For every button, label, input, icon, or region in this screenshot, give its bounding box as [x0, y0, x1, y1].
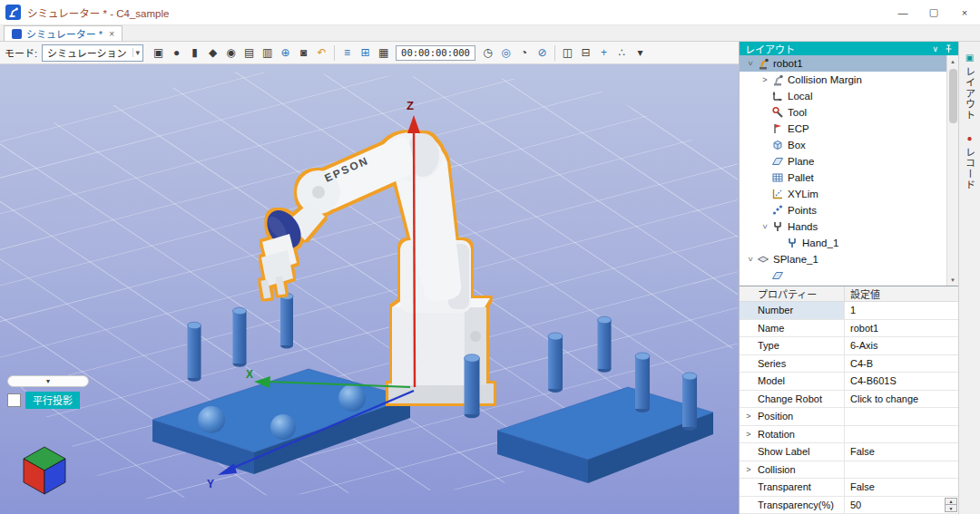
value-spinner[interactable]: ▲▼ — [945, 498, 957, 513]
place-robot-icon[interactable]: ⊕ — [277, 44, 294, 62]
mode-dropdown[interactable]: シミュレーション ▾ — [42, 44, 143, 62]
scene-objects-front[interactable] — [465, 354, 480, 419]
tree-item-ecp[interactable]: ECP — [740, 121, 946, 137]
chevron-right-icon[interactable]: > — [743, 412, 754, 421]
chevron-down-icon[interactable]: > — [746, 254, 755, 265]
sphere[interactable] — [270, 414, 296, 440]
measure-icon[interactable]: ⊘ — [534, 44, 551, 62]
property-value[interactable]: 50▲▼ — [845, 497, 958, 514]
chevron-right-icon[interactable]: > — [743, 430, 754, 439]
collision-check-icon[interactable]: ∴ — [613, 44, 631, 62]
tree-item-collision-margin[interactable]: >Collision Margin — [740, 72, 946, 88]
tree-item-hands[interactable]: >Hands — [740, 218, 946, 235]
add-sphere-icon[interactable]: ● — [168, 44, 185, 62]
orientation-cube[interactable] — [16, 441, 73, 499]
sphere[interactable] — [198, 406, 225, 433]
property-value[interactable] — [845, 461, 958, 479]
spinner-up-icon[interactable]: ▲ — [946, 499, 956, 506]
property-value[interactable] — [845, 408, 958, 425]
tab-simulator[interactable]: シミュレーター * × — [4, 25, 122, 41]
peg-cylinder[interactable] — [233, 307, 247, 367]
property-value[interactable]: 1 — [845, 302, 958, 319]
peg-cylinder[interactable] — [280, 294, 293, 349]
tree-item-plane[interactable]: Plane — [740, 153, 946, 170]
panel-pin-icon[interactable] — [945, 44, 953, 53]
viewport-3d[interactable]: EPSON — [0, 64, 739, 514]
property-value[interactable]: C4-B — [845, 355, 958, 373]
align-center-icon[interactable]: + — [595, 44, 612, 62]
property-value[interactable]: False — [845, 479, 958, 496]
tab-close-icon[interactable]: × — [109, 29, 114, 39]
tree-item-pallet[interactable]: Pallet — [740, 170, 946, 186]
run-icon[interactable]: ◎ — [497, 44, 514, 62]
scroll-down-icon[interactable]: ▼ — [947, 274, 958, 286]
property-value[interactable]: False — [845, 443, 958, 461]
peg-cylinder[interactable] — [635, 353, 650, 412]
property-value[interactable]: C4-B601S — [845, 373, 958, 390]
property-value[interactable]: robot1 — [845, 320, 958, 337]
list-view-icon[interactable]: ≡ — [338, 44, 356, 62]
simulation-clock-icon[interactable]: ◷ — [479, 44, 496, 62]
tree-item-hand-1[interactable]: Hand_1 — [740, 235, 946, 251]
chevron-right-icon[interactable]: > — [760, 75, 770, 84]
tree-item-tool[interactable]: Tool — [740, 104, 946, 121]
render-mode-icon[interactable]: ▤ — [240, 44, 258, 62]
peg-cylinder[interactable] — [682, 373, 697, 431]
layout-grid-icon[interactable]: ⊞ — [357, 44, 374, 62]
property-name[interactable]: >Rotation — [740, 426, 845, 443]
property-name[interactable]: >Collision — [740, 461, 845, 479]
tree-item-local[interactable]: Local — [740, 88, 946, 104]
tile-horizontal-icon[interactable]: ◫ — [559, 44, 576, 62]
property-value[interactable]: 6-Axis — [845, 337, 958, 354]
minimize-button[interactable]: — — [887, 0, 918, 24]
property-name[interactable]: Change Robot — [740, 391, 845, 408]
camera-icon[interactable]: ◙ — [295, 44, 312, 62]
tree-item-points[interactable]: Points — [740, 202, 946, 218]
property-name[interactable]: Model — [740, 373, 845, 390]
schedule-icon[interactable]: ▦ — [375, 44, 392, 62]
peg-cylinder[interactable] — [188, 322, 201, 382]
side-tab-layout[interactable]: ▣レイアウト — [963, 53, 977, 121]
peg-cylinder[interactable] — [548, 333, 563, 393]
tree-item-partial[interactable] — [740, 267, 946, 284]
property-name[interactable]: Show Label — [740, 443, 845, 461]
chevron-down-icon[interactable]: > — [760, 221, 769, 232]
overflow-icon[interactable]: ▾ — [632, 44, 649, 62]
property-name[interactable]: Transparency(%) — [740, 497, 845, 514]
tree-item-xylim[interactable]: XYLim — [740, 186, 946, 202]
sphere[interactable] — [338, 384, 366, 412]
tile-vertical-icon[interactable]: ⊟ — [577, 44, 594, 62]
tree-item-box[interactable]: Box — [740, 137, 946, 153]
property-name[interactable]: >Position — [740, 408, 845, 425]
add-plane-icon[interactable]: ◆ — [204, 44, 221, 62]
property-name[interactable]: Series — [740, 355, 845, 373]
copy-object-icon[interactable]: ▥ — [259, 44, 276, 62]
add-box-icon[interactable]: ▣ — [150, 44, 167, 62]
peg-cylinder[interactable] — [465, 354, 480, 419]
scroll-thumb[interactable] — [949, 69, 957, 123]
property-value[interactable]: Click to change — [845, 391, 958, 408]
chevron-right-icon[interactable]: > — [743, 465, 754, 474]
maximize-button[interactable]: ▢ — [918, 0, 949, 24]
chevron-down-icon[interactable]: > — [746, 58, 755, 69]
undo-icon[interactable]: ↶ — [313, 44, 330, 62]
property-name[interactable]: Number — [740, 302, 845, 319]
add-cylinder-icon[interactable]: ▮ — [186, 44, 203, 62]
tree-scrollbar[interactable]: ▲ ▼ — [946, 55, 958, 286]
side-tab-record[interactable]: ●レコード — [963, 133, 977, 190]
spinner-down-icon[interactable]: ▼ — [946, 505, 956, 511]
peg-cylinder[interactable] — [598, 316, 612, 373]
property-value[interactable] — [845, 426, 958, 443]
tree-item-robot1[interactable]: >robot1 — [740, 55, 946, 72]
property-name[interactable]: Transparent — [740, 479, 845, 496]
tree-item-splane-1[interactable]: >SPlane_1 — [740, 251, 946, 267]
property-name[interactable]: Name — [740, 320, 845, 337]
scroll-up-icon[interactable]: ▲ — [947, 55, 958, 67]
panel-collapse-icon[interactable]: ∨ — [932, 44, 938, 53]
step-icon[interactable]: ◔ — [515, 44, 533, 62]
property-name[interactable]: Type — [740, 337, 845, 354]
close-button[interactable]: × — [949, 0, 980, 24]
parallel-projection-checkbox[interactable] — [7, 393, 21, 407]
projection-collapse-button[interactable]: ▼ — [7, 375, 89, 387]
visibility-icon[interactable]: ◉ — [222, 44, 240, 62]
